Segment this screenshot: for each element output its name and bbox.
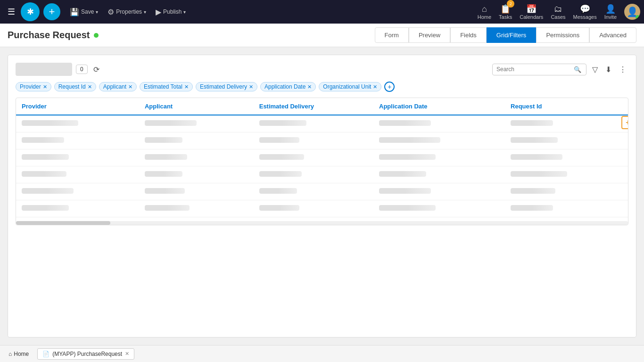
save-chevron: ▾ bbox=[96, 9, 98, 15]
tab-permissions[interactable]: Permissions bbox=[536, 27, 589, 43]
nav-invite-label: Invite bbox=[604, 14, 617, 20]
page-title-text: Purchase Request bbox=[8, 30, 90, 41]
chip-applicationdate[interactable]: Application Date ✕ bbox=[260, 82, 316, 91]
main-content: 0 ⟳ 🔍 ▽ ⬇ ⋮ Provider ✕ Request Id ✕ Appl… bbox=[0, 47, 644, 345]
count-badge: 0 bbox=[76, 65, 88, 74]
bottom-bar: ⌂ Home 📄 (MYAPP) PurchaseRequest ✕ bbox=[0, 345, 644, 362]
skeleton-cell bbox=[22, 171, 66, 177]
online-indicator bbox=[636, 15, 640, 20]
nav-messages[interactable]: 💬 Messages bbox=[573, 4, 597, 20]
properties-tool[interactable]: ⚙ Properties ▾ bbox=[104, 6, 150, 18]
tab-form[interactable]: Form bbox=[375, 27, 409, 43]
bottom-home-label: Home bbox=[14, 351, 29, 357]
table-row[interactable] bbox=[16, 200, 628, 217]
messages-icon: 💬 bbox=[580, 4, 590, 14]
save-tool[interactable]: 💾 Save ▾ bbox=[66, 6, 102, 18]
save-icon: 💾 bbox=[70, 8, 79, 16]
bottom-tab-close[interactable]: ✕ bbox=[125, 351, 129, 357]
filter-chips: Provider ✕ Request Id ✕ Applicant ✕ Esti… bbox=[16, 82, 628, 92]
skeleton-cell bbox=[259, 205, 299, 211]
add-chip-button[interactable]: + bbox=[384, 82, 395, 92]
bottom-tab-label: (MYAPP) PurchaseRequest bbox=[52, 351, 122, 357]
table-row[interactable] bbox=[16, 115, 628, 132]
chip-provider[interactable]: Provider ✕ bbox=[16, 82, 51, 91]
grid-header-row: Provider Applicant Estimated Delivery Ap… bbox=[16, 98, 628, 115]
nav-cases[interactable]: 🗂 Cases bbox=[551, 4, 565, 20]
chip-estimatedtotal[interactable]: Estimated Total ✕ bbox=[140, 82, 193, 91]
skeleton-cell bbox=[379, 154, 436, 160]
title-status-dot bbox=[94, 33, 99, 38]
filter-icon-button[interactable]: ▽ bbox=[590, 63, 600, 76]
table-row[interactable] bbox=[16, 183, 628, 200]
table-row[interactable] bbox=[16, 149, 628, 166]
top-nav: ☰ ✱ + 💾 Save ▾ ⚙ Properties ▾ ▶ Publish … bbox=[0, 0, 644, 24]
more-options-button[interactable]: ⋮ bbox=[617, 63, 628, 76]
skeleton-cell bbox=[379, 205, 436, 211]
chip-estimateddelivery[interactable]: Estimated Delivery ✕ bbox=[196, 82, 257, 91]
skeleton-cell bbox=[22, 137, 64, 143]
skeleton-cell bbox=[145, 154, 187, 160]
save-label: Save bbox=[81, 8, 94, 15]
skeleton-cell bbox=[511, 154, 562, 160]
skeleton-cell bbox=[22, 154, 69, 160]
tab-fields[interactable]: Fields bbox=[450, 27, 487, 43]
properties-icon: ⚙ bbox=[107, 8, 114, 16]
properties-chevron: ▾ bbox=[144, 9, 146, 15]
chip-applicant[interactable]: Applicant ✕ bbox=[99, 82, 137, 91]
bottom-home-icon: ⌂ bbox=[8, 351, 12, 357]
user-avatar[interactable]: 👤 bbox=[624, 4, 640, 20]
home-icon: ⌂ bbox=[482, 4, 487, 14]
bottom-home-tab[interactable]: ⌂ Home bbox=[4, 349, 33, 359]
col-applicationdate: Application Date bbox=[373, 98, 505, 115]
tab-preview[interactable]: Preview bbox=[409, 27, 450, 43]
skeleton-cell bbox=[259, 171, 302, 177]
nav-home[interactable]: ⌂ Home bbox=[478, 4, 491, 20]
add-column-button[interactable]: + bbox=[621, 116, 628, 129]
skeleton-cell bbox=[259, 137, 299, 143]
table-row[interactable] bbox=[16, 166, 628, 183]
app-logo: ✱ bbox=[21, 2, 40, 21]
scrollbar-thumb bbox=[16, 221, 110, 225]
col-estimateddelivery: Estimated Delivery bbox=[254, 98, 373, 115]
skeleton-cell bbox=[259, 154, 304, 160]
col-provider: Provider bbox=[16, 98, 139, 115]
chip-orgunit[interactable]: Organizational Unit ✕ bbox=[319, 82, 381, 91]
grid-table: Provider Applicant Estimated Delivery Ap… bbox=[16, 98, 628, 217]
col-applicant: Applicant bbox=[139, 98, 254, 115]
bottom-app-tab[interactable]: 📄 (MYAPP) PurchaseRequest ✕ bbox=[37, 348, 134, 360]
search-icon: 🔍 bbox=[574, 66, 581, 73]
skeleton-cell bbox=[145, 188, 185, 194]
publish-tool[interactable]: ▶ Publish ▾ bbox=[152, 6, 190, 18]
content-card: 0 ⟳ 🔍 ▽ ⬇ ⋮ Provider ✕ Request Id ✕ Appl… bbox=[8, 55, 636, 337]
tab-advanced[interactable]: Advanced bbox=[589, 27, 636, 43]
nav-invite[interactable]: 👤 Invite bbox=[604, 4, 617, 20]
refresh-button[interactable]: ⟳ bbox=[91, 63, 101, 76]
hamburger-menu[interactable]: ☰ bbox=[4, 3, 19, 21]
download-icon-button[interactable]: ⬇ bbox=[603, 63, 613, 76]
nav-right: ⌂ Home 📋 2 Tasks 📅 Calendars 🗂 Cases 💬 M… bbox=[478, 4, 640, 20]
skeleton-cell bbox=[379, 188, 431, 194]
properties-label: Properties bbox=[116, 8, 142, 15]
page-title: Purchase Request bbox=[8, 30, 375, 41]
tab-gridfilters[interactable]: Grid/Filters bbox=[487, 27, 537, 43]
horizontal-scrollbar[interactable] bbox=[16, 221, 628, 225]
nav-tasks-label: Tasks bbox=[499, 14, 512, 20]
col-requestid: Request Id bbox=[505, 98, 628, 115]
add-button[interactable]: + bbox=[43, 3, 60, 20]
skeleton-cell bbox=[22, 188, 74, 194]
chip-requestid[interactable]: Request Id ✕ bbox=[54, 82, 96, 91]
skeleton-cell bbox=[259, 120, 306, 126]
nav-tasks[interactable]: 📋 2 Tasks bbox=[499, 4, 512, 20]
nav-home-label: Home bbox=[478, 14, 491, 20]
skeleton-cell bbox=[22, 205, 69, 211]
sub-header: Purchase Request Form Preview Fields Gri… bbox=[0, 24, 644, 47]
filter-count-box bbox=[16, 63, 72, 76]
skeleton-cell bbox=[511, 137, 558, 143]
skeleton-cell bbox=[511, 188, 555, 194]
table-row[interactable] bbox=[16, 132, 628, 149]
calendars-icon: 📅 bbox=[526, 4, 537, 14]
search-input[interactable] bbox=[496, 66, 572, 73]
nav-calendars[interactable]: 📅 Calendars bbox=[520, 4, 543, 20]
publish-icon: ▶ bbox=[156, 8, 161, 16]
skeleton-cell bbox=[511, 120, 553, 126]
